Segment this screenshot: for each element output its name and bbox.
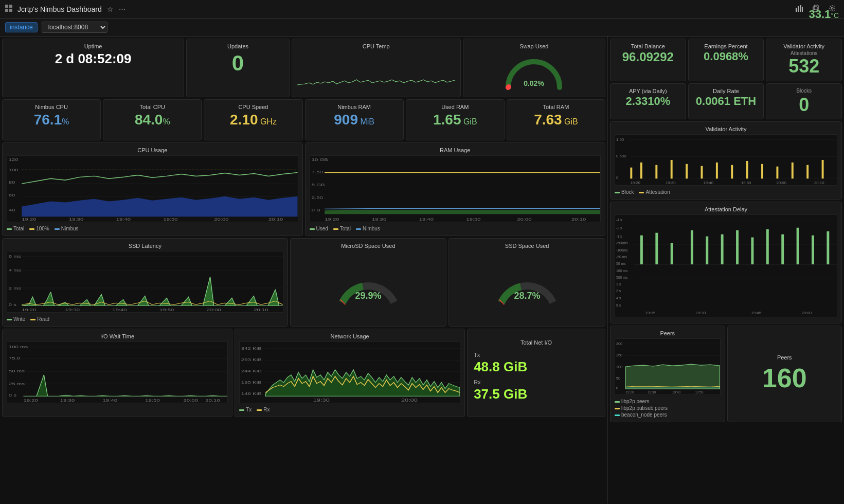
svg-text:2 ms: 2 ms bbox=[9, 285, 22, 290]
svg-rect-96 bbox=[655, 165, 657, 178]
svg-marker-160 bbox=[625, 364, 720, 389]
page-title: Jcrtp's Nimbus Dashboard bbox=[17, 5, 102, 13]
svg-rect-133 bbox=[640, 236, 643, 264]
nimbus-ram-value: 909 MiB bbox=[334, 112, 374, 128]
network-usage-title: Network Usage bbox=[239, 333, 460, 339]
peers-value: 160 bbox=[762, 363, 807, 393]
ssd-gauge-svg: 28.7% bbox=[494, 254, 561, 310]
svg-rect-144 bbox=[812, 236, 814, 264]
svg-text:19:30: 19:30 bbox=[313, 398, 330, 403]
svg-text:20:10: 20:10 bbox=[571, 217, 586, 222]
bar-chart-button[interactable] bbox=[793, 3, 806, 15]
svg-rect-139 bbox=[736, 230, 739, 264]
nimbus-cpu-value: 76.1% bbox=[34, 112, 69, 128]
charts-row-2: SSD Latency 6 ms 4 ms 2 ms 0 s 19:20 19:… bbox=[2, 238, 605, 327]
svg-rect-135 bbox=[671, 243, 673, 265]
total-net-io-title: Total Net I/O bbox=[472, 339, 601, 346]
ram-usage-legend: Used Total Nimbus bbox=[310, 226, 601, 231]
total-balance-label: Total Balance bbox=[615, 43, 681, 49]
instancebar: instance localhost:8008 bbox=[0, 19, 844, 37]
svg-rect-104 bbox=[776, 167, 778, 179]
apy-card: APY (via Daily) 2.3310% bbox=[610, 83, 686, 120]
svg-text:20:10: 20:10 bbox=[268, 217, 283, 222]
attestation-delay-title: Attestation Delay bbox=[615, 206, 837, 212]
charts-row-3: I/O Wait Time 100 ms 75.0 50 ms 25 ms 0 … bbox=[2, 329, 605, 417]
svg-text:20:00: 20:00 bbox=[401, 398, 418, 403]
svg-rect-1 bbox=[9, 5, 12, 8]
svg-text:19:50: 19:50 bbox=[163, 217, 178, 222]
validator-activity-top-value: 532 bbox=[770, 56, 837, 77]
svg-rect-140 bbox=[751, 238, 753, 264]
total-balance-value: 96.09292 bbox=[615, 50, 681, 64]
svg-text:75.0: 75.0 bbox=[9, 356, 21, 361]
blocks-value: 0 bbox=[770, 95, 837, 115]
peers-value-card: Peers 160 bbox=[727, 326, 842, 422]
daily-rate-label: Daily Rate bbox=[693, 88, 760, 94]
stats-row-1: Uptime 2 d 08:52:09 Updates 0 CPU Temp 3… bbox=[2, 39, 605, 97]
validator-activity-legend: Block Attestation bbox=[615, 189, 837, 195]
svg-text:0 B: 0 B bbox=[311, 208, 320, 212]
uptime-card: Uptime 2 d 08:52:09 bbox=[2, 39, 184, 97]
svg-text:19:30: 19:30 bbox=[60, 398, 75, 403]
svg-rect-134 bbox=[655, 233, 658, 264]
peers-row: Peers 200 150 100 50 0 bbox=[610, 326, 842, 422]
blocks-label: Blocks bbox=[770, 88, 837, 94]
host-select[interactable]: localhost:8008 bbox=[42, 22, 107, 33]
svg-text:4 ms: 4 ms bbox=[9, 268, 22, 273]
svg-text:19:50: 19:50 bbox=[145, 398, 160, 403]
share-icon[interactable]: ⋯ bbox=[119, 5, 125, 13]
svg-text:19:50: 19:50 bbox=[466, 217, 481, 222]
svg-rect-98 bbox=[686, 164, 688, 178]
updates-card: Updates 0 bbox=[186, 39, 290, 97]
tx-label: Tx bbox=[474, 352, 599, 358]
svg-text:19:40: 19:40 bbox=[102, 398, 117, 403]
total-ram-label: Total RAM bbox=[543, 104, 569, 110]
svg-text:20:00: 20:00 bbox=[801, 311, 812, 315]
io-wait-card: I/O Wait Time 100 ms 75.0 50 ms 25 ms 0 … bbox=[2, 329, 232, 417]
right-panel: Total Balance 96.09292 Earnings Percent … bbox=[607, 37, 844, 503]
swap-gauge-svg: 0.02% bbox=[503, 54, 565, 90]
right-stats-row-1: Total Balance 96.09292 Earnings Percent … bbox=[610, 39, 842, 81]
rx-value: 37.5 GiB bbox=[474, 386, 599, 402]
svg-text:19:30: 19:30 bbox=[371, 217, 386, 222]
total-cpu-value: 84.0% bbox=[135, 112, 170, 128]
network-svg: 342 KiB 293 KiB 244 KiB 195 KiB 146 KiB … bbox=[239, 341, 460, 403]
svg-text:19:20: 19:20 bbox=[625, 390, 634, 394]
svg-text:19:20: 19:20 bbox=[23, 398, 38, 403]
total-cpu-label: Total CPU bbox=[139, 104, 165, 110]
instance-badge[interactable]: instance bbox=[5, 22, 38, 32]
validator-activity-top-label: Validator Activity bbox=[770, 43, 837, 49]
ram-usage-svg: 10 GB 7.50 5 GB 2.50 0 B 19:20 19:30 19:… bbox=[310, 155, 601, 222]
svg-marker-68 bbox=[23, 375, 227, 396]
svg-text:19:30: 19:30 bbox=[696, 311, 706, 315]
svg-marker-34 bbox=[325, 210, 600, 214]
svg-rect-3 bbox=[9, 9, 12, 12]
svg-text:19:20: 19:20 bbox=[22, 308, 37, 312]
svg-rect-105 bbox=[792, 163, 794, 178]
svg-text:20:00: 20:00 bbox=[517, 217, 532, 222]
svg-text:244 KiB: 244 KiB bbox=[241, 369, 262, 373]
total-net-io-card: Total Net I/O Tx 48.8 GiB Rx 37.5 GiB bbox=[467, 329, 605, 417]
right-stats-row-2: APY (via Daily) 2.3310% Daily Rate 0.006… bbox=[610, 83, 842, 120]
svg-text:19:40: 19:40 bbox=[112, 308, 127, 312]
svg-rect-137 bbox=[706, 237, 708, 264]
svg-text:25 ms: 25 ms bbox=[9, 381, 25, 386]
svg-text:19:40: 19:40 bbox=[703, 181, 713, 185]
svg-text:10 GB: 10 GB bbox=[311, 157, 328, 162]
tx-value: 48.8 GiB bbox=[474, 359, 599, 375]
nimbus-ram-label: Nimbus RAM bbox=[337, 104, 371, 110]
validator-activity-chart-card: Validator Activity 1.50 0.500 0 bbox=[610, 121, 842, 200]
svg-text:28.7%: 28.7% bbox=[514, 291, 540, 301]
svg-text:19:30: 19:30 bbox=[648, 390, 656, 394]
svg-text:-50 ms: -50 ms bbox=[616, 255, 627, 259]
io-wait-svg: 100 ms 75.0 50 ms 25 ms 0 s 19:20 19:30 … bbox=[7, 341, 228, 403]
svg-text:40: 40 bbox=[9, 208, 15, 212]
svg-text:5 GB: 5 GB bbox=[311, 183, 325, 187]
peers-chart-title: Peers bbox=[615, 330, 721, 336]
used-ram-label: Used RAM bbox=[441, 104, 469, 110]
main-layout: Uptime 2 d 08:52:09 Updates 0 CPU Temp 3… bbox=[0, 37, 844, 503]
nimbus-cpu-card: Nimbus CPU 76.1% bbox=[2, 99, 101, 140]
star-icon[interactable]: ☆ bbox=[107, 5, 114, 13]
svg-text:150: 150 bbox=[616, 353, 622, 357]
svg-text:20:00: 20:00 bbox=[776, 181, 786, 185]
